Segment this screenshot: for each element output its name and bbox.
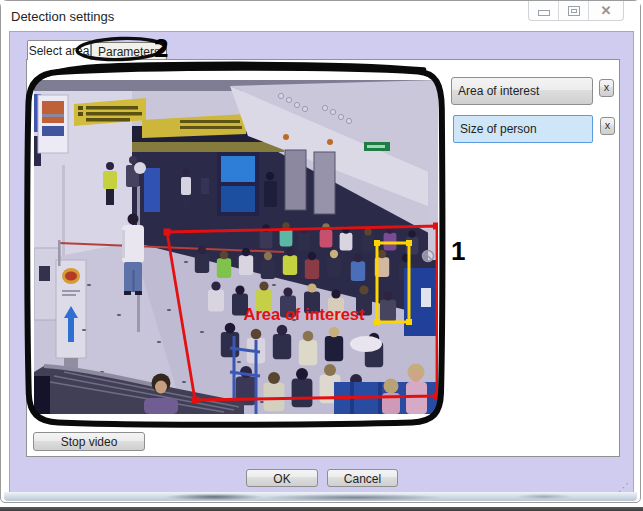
remove-size-of-person-button[interactable]: x <box>600 117 615 135</box>
window-bottom-edge <box>4 492 637 501</box>
window-title: Detection settings <box>11 9 114 24</box>
ok-button[interactable]: OK <box>246 469 318 487</box>
detection-settings-window: Detection settings ✕ Select area Paramet… <box>0 0 641 503</box>
area-of-interest-button[interactable]: Area of interest <box>451 77 593 105</box>
maximize-button[interactable] <box>558 1 588 20</box>
dialog-client-area: Select area Parameters <box>9 31 634 499</box>
area-of-interest-label: Area of interest <box>243 305 365 323</box>
remove-area-of-interest-button[interactable]: x <box>599 79 614 97</box>
titlebar: Detection settings ✕ <box>1 1 640 31</box>
window-controls: ✕ <box>528 1 624 21</box>
stop-video-button[interactable]: Stop video <box>33 432 145 451</box>
cancel-button[interactable]: Cancel <box>327 469 398 487</box>
screen-bottom-bar <box>0 507 643 511</box>
select-area-panel: Area of interest Area of interest x Size… <box>26 59 620 457</box>
minimize-button[interactable] <box>529 1 558 20</box>
close-button[interactable]: ✕ <box>588 1 623 20</box>
close-icon: ✕ <box>601 4 612 17</box>
video-preview[interactable]: Area of interest <box>34 80 438 414</box>
tab-parameters[interactable]: Parameters <box>91 42 167 60</box>
tab-select-area[interactable]: Select area <box>27 40 91 60</box>
minimize-icon <box>538 10 550 16</box>
maximize-icon <box>568 6 580 16</box>
size-of-person-button[interactable]: Size of person <box>453 115 593 143</box>
